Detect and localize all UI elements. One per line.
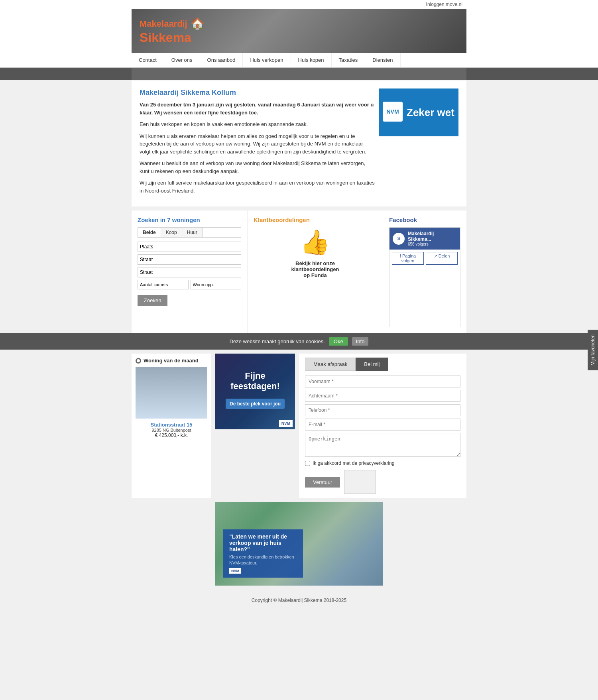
intro-bold: Van 25 december t/m 3 januari zijn wij g… bbox=[140, 101, 375, 116]
reviews-text2: klantbeoordelingen bbox=[291, 266, 339, 272]
footer-copyright: Copyright © Makelaardij Sikkema 2018-202… bbox=[252, 598, 346, 603]
big-banner-nvm-badge: NVM bbox=[229, 568, 241, 574]
nav-huis-verkopen[interactable]: Huis verkopen bbox=[243, 53, 291, 67]
search-row-filters: Aantal kamers Woon.opp. bbox=[138, 280, 241, 289]
nvm-best-box: De beste plek voor jou bbox=[226, 399, 285, 409]
header-banner: Makelaardij 🏠 Sikkema bbox=[132, 9, 466, 53]
house-shape bbox=[136, 367, 207, 419]
search-tabs: Beide Koop Huur bbox=[138, 227, 241, 238]
facebook-buttons: f Pagina volgen ↗ Delen bbox=[389, 250, 460, 267]
rooms-select[interactable]: Aantal kamers bbox=[138, 280, 189, 289]
privacy-checkbox[interactable] bbox=[305, 461, 310, 466]
big-banner-bg: "Laten we meer uit de verkoop van je hui… bbox=[215, 502, 383, 586]
facebook-share-label: Delen bbox=[439, 254, 450, 258]
para1: Een huis verkopen en kopen is vaak een e… bbox=[140, 120, 375, 128]
email-field[interactable] bbox=[305, 419, 460, 431]
facebook-share-btn[interactable]: ↗ Delen bbox=[426, 252, 458, 265]
achternaam-field[interactable] bbox=[305, 390, 460, 402]
facebook-card: S Makelaardij Sikkema... 656 volgers f P… bbox=[389, 227, 460, 327]
captcha-box bbox=[344, 470, 376, 494]
search-tab-beide[interactable]: Beide bbox=[138, 228, 161, 237]
area-select[interactable]: Woon.opp. bbox=[191, 280, 242, 289]
nav-ons-aanbod[interactable]: Ons aanbod bbox=[200, 53, 243, 67]
big-banner-sub2: NVM-taxateur. bbox=[229, 560, 297, 565]
nvm-logo-box: NVM bbox=[383, 102, 403, 122]
facebook-followers: 656 volgers bbox=[408, 242, 457, 246]
reviews-link[interactable]: Bekijk hier onze klantbeoordelingen op F… bbox=[254, 260, 377, 278]
woning-header: Woning van de maand bbox=[136, 358, 207, 364]
login-link[interactable]: Inloggen move.nl bbox=[426, 2, 462, 7]
nav-taxaties[interactable]: Taxaties bbox=[332, 53, 366, 67]
para4: Wij zijn een full service makelaarskanto… bbox=[140, 179, 375, 195]
reviews-box: Klantbeoordelingen 👍 Bekijk hier onze kl… bbox=[247, 210, 383, 333]
big-banner-sub1: Kies een deskundig en betrokken bbox=[229, 554, 297, 559]
privacy-label: Ik ga akkoord met de privacyverklaring bbox=[313, 460, 394, 466]
cookie-message: Deze website maakt gebruik van cookies. bbox=[230, 338, 325, 344]
nvm-logo-badge: NVM bbox=[279, 420, 293, 427]
facebook-avatar: S bbox=[393, 233, 405, 245]
facebook-box: Facebook S Makelaardij Sikkema... 656 vo… bbox=[383, 210, 466, 333]
zoeken-button[interactable]: Zoeken bbox=[138, 295, 167, 306]
place-select[interactable]: Plaats bbox=[138, 242, 241, 252]
facebook-info: Makelaardij Sikkema... 656 volgers bbox=[408, 231, 457, 246]
nvm-logo-block: NVM bbox=[383, 102, 403, 123]
cookie-bar: Deze website maakt gebruik van cookies. … bbox=[0, 333, 598, 350]
nav-over-ons[interactable]: Over ons bbox=[164, 53, 200, 67]
thumb-icon: 👍 bbox=[254, 228, 377, 256]
content-row2: Zoeken in 7 woningen Beide Koop Huur Pla… bbox=[132, 210, 466, 333]
woning-title: Woning van de maand bbox=[144, 358, 199, 364]
nvm-ad-box: Fijne feestdagen! De beste plek voor jou… bbox=[215, 354, 295, 498]
content-text: Makelaardij Sikkema Kollum Van 25 decemb… bbox=[140, 88, 375, 199]
nvm-ad-title: Fijne feestdagen! bbox=[219, 371, 291, 391]
woning-maand-box: Woning van de maand Stationsstraat 15 92… bbox=[132, 354, 211, 498]
search-box: Zoeken in 7 woningen Beide Koop Huur Pla… bbox=[132, 210, 247, 333]
logo-makelaardij: Makelaardij bbox=[140, 19, 187, 29]
woning-image bbox=[136, 367, 207, 419]
dark-banner bbox=[132, 68, 466, 80]
logo-icon: 🏠 bbox=[191, 17, 205, 30]
woning-name[interactable]: Stationsstraat 15 bbox=[136, 422, 207, 428]
reviews-text3: op Funda bbox=[303, 272, 327, 278]
search-tab-huur[interactable]: Huur bbox=[182, 228, 203, 237]
submit-row: Verstuur bbox=[305, 470, 460, 494]
street-select[interactable]: Straat bbox=[138, 254, 241, 265]
page-title: Makelaardij Sikkema Kollum bbox=[140, 88, 375, 97]
privacy-checkbox-row: Ik ga akkoord met de privacyverklaring bbox=[305, 460, 460, 466]
para2: Wij kunnen u als ervaren makelaar helpen… bbox=[140, 132, 375, 156]
para3: Wanneer u besluit de aan of verkoop van … bbox=[140, 159, 375, 175]
facebook-title: Facebook bbox=[389, 216, 460, 223]
voornaam-field[interactable] bbox=[305, 376, 460, 387]
nav-huis-kopen[interactable]: Huis kopen bbox=[291, 53, 332, 67]
cookie-info-button[interactable]: Info bbox=[352, 337, 369, 346]
facebook-follow-label: Pagina volgen bbox=[401, 254, 416, 263]
woning-price: € 425.000,- k.k. bbox=[136, 433, 207, 438]
nav-diensten[interactable]: Diensten bbox=[365, 53, 400, 67]
search-tab-koop[interactable]: Koop bbox=[161, 228, 182, 237]
telefoon-field[interactable] bbox=[305, 404, 460, 416]
reviews-text1: Bekijk hier onze bbox=[295, 260, 335, 266]
nvm-ad-inner: Fijne feestdagen! De beste plek voor jou… bbox=[215, 354, 295, 429]
cookie-ok-button[interactable]: Oké bbox=[329, 337, 348, 346]
big-banner-quote: "Laten we meer uit de verkoop van je hui… bbox=[229, 533, 297, 553]
street-select-2[interactable]: Straat bbox=[138, 267, 241, 277]
mijn-favoriten-sidebar[interactable]: Mijn favorieten bbox=[588, 330, 598, 370]
woning-dot bbox=[136, 358, 141, 364]
facebook-page-name: Makelaardij Sikkema... bbox=[408, 231, 457, 242]
nav-contact[interactable]: Contact bbox=[132, 53, 164, 67]
tab-bel-mij[interactable]: Bel mij bbox=[356, 358, 388, 371]
logo-sikkema: Sikkema bbox=[140, 30, 205, 45]
search-title-prefix: Zoeken in bbox=[138, 216, 165, 223]
reviews-title: Klantbeoordelingen bbox=[254, 216, 377, 223]
verstuur-button[interactable]: Verstuur bbox=[305, 477, 340, 488]
search-title: Zoeken in 7 woningen bbox=[138, 216, 241, 223]
nvm-badge: NVM Zeker wet bbox=[379, 88, 458, 136]
share-icon: ↗ bbox=[434, 254, 439, 258]
main-nav: Contact Over ons Ons aanbod Huis verkope… bbox=[132, 53, 466, 67]
facebook-follow-btn[interactable]: f Pagina volgen bbox=[392, 252, 424, 265]
big-banner-overlay: "Laten we meer uit de verkoop van je hui… bbox=[223, 529, 303, 578]
facebook-header: S Makelaardij Sikkema... 656 volgers bbox=[389, 228, 460, 250]
opmerkingen-field[interactable] bbox=[305, 433, 460, 457]
big-banner: "Laten we meer uit de verkoop van je hui… bbox=[215, 502, 383, 586]
facebook-image bbox=[389, 267, 460, 299]
tab-maak-afspraak[interactable]: Maak afspraak bbox=[305, 358, 356, 371]
